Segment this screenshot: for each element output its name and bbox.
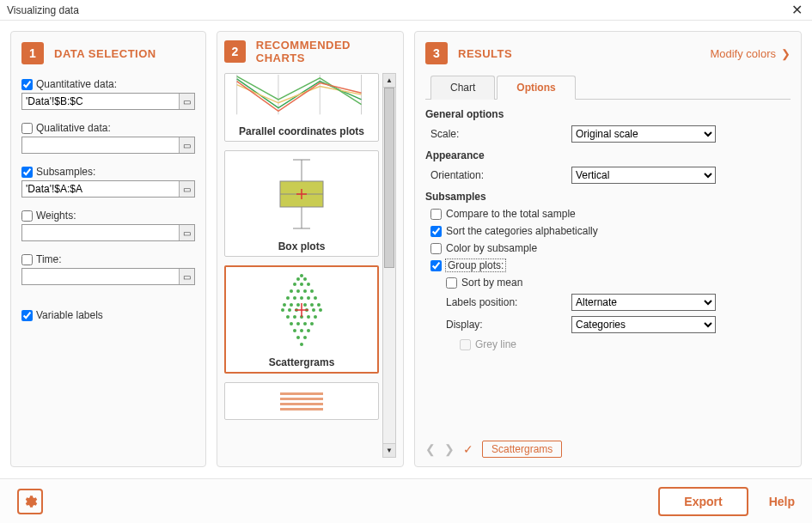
quantitative-label: Quantitative data: <box>36 78 117 90</box>
window-title: Visualizing data <box>7 4 79 16</box>
panel1-title: DATA SELECTION <box>54 47 156 60</box>
tab-chart[interactable]: Chart <box>430 76 495 100</box>
tab-options[interactable]: Options <box>497 76 575 100</box>
sort-alpha-label: Sort the categories alphabetically <box>446 225 598 237</box>
step-number-1: 1 <box>21 42 44 64</box>
svg-point-36 <box>312 308 315 312</box>
chart-card-box-label: Box plots <box>225 237 378 256</box>
section-subsamples: Subsamples <box>425 191 791 203</box>
svg-point-52 <box>300 343 303 346</box>
time-checkbox[interactable] <box>21 254 33 265</box>
svg-rect-57 <box>280 403 323 405</box>
panel2-title: RECOMMENDED CHARTS <box>256 39 396 64</box>
chart-card-parallel[interactable]: Parallel coordinates plots <box>224 73 379 142</box>
weights-range-picker[interactable]: ▭ <box>179 225 194 240</box>
charts-scrollbar[interactable]: ▲ ▼ <box>382 73 396 458</box>
scale-label: Scale: <box>425 128 571 140</box>
grey-line-checkbox <box>460 339 471 350</box>
orientation-label: Orientation: <box>425 169 571 181</box>
svg-rect-58 <box>280 408 323 410</box>
scale-select[interactable]: Original scale <box>571 125 716 143</box>
svg-point-51 <box>303 336 307 339</box>
svg-point-38 <box>286 315 290 319</box>
svg-rect-55 <box>280 392 323 395</box>
scroll-down-icon[interactable]: ▼ <box>383 443 395 457</box>
weights-input[interactable] <box>22 225 179 240</box>
chart-card-box[interactable]: Box plots <box>224 150 379 257</box>
time-range-picker[interactable]: ▭ <box>179 269 194 284</box>
boxplot-thumb-icon <box>250 155 353 233</box>
svg-point-12 <box>296 277 300 281</box>
compare-checkbox[interactable] <box>430 209 442 220</box>
svg-point-13 <box>303 277 307 281</box>
svg-point-18 <box>296 289 300 293</box>
svg-point-26 <box>283 303 286 307</box>
group-plots-checkbox[interactable] <box>430 260 442 271</box>
svg-rect-56 <box>280 398 323 400</box>
svg-point-20 <box>310 289 314 293</box>
display-select[interactable]: Categories <box>571 316 716 333</box>
prev-chart-icon[interactable]: ❮ <box>425 442 436 456</box>
subsamples-label: Subsamples: <box>36 166 95 178</box>
next-chart-icon[interactable]: ❯ <box>444 442 455 456</box>
svg-point-39 <box>293 315 296 319</box>
variable-labels-checkbox[interactable] <box>21 310 33 321</box>
orientation-select[interactable]: Vertical <box>571 167 716 184</box>
help-link[interactable]: Help <box>769 495 795 508</box>
labels-position-select[interactable]: Alternate <box>571 294 716 311</box>
panel-data-selection: 1 DATA SELECTION Quantitative data: ▭ Qu… <box>10 31 206 467</box>
sort-mean-checkbox[interactable] <box>446 277 457 289</box>
subsamples-input[interactable] <box>22 181 179 197</box>
chart-card-parallel-label: Parallel coordinates plots <box>225 122 378 141</box>
display-label: Display: <box>441 319 571 331</box>
svg-point-50 <box>296 336 300 339</box>
quantitative-range-picker[interactable]: ▭ <box>179 94 194 109</box>
svg-point-17 <box>290 289 293 293</box>
time-label: Time: <box>36 253 62 265</box>
parallel-thumb-icon <box>229 74 375 122</box>
svg-point-15 <box>300 283 303 286</box>
svg-point-23 <box>300 296 303 300</box>
svg-point-37 <box>319 308 322 312</box>
scroll-thumb[interactable] <box>384 88 394 268</box>
quantitative-checkbox[interactable] <box>21 79 33 90</box>
quantitative-input[interactable] <box>22 94 179 109</box>
color-by-label: Color by subsample <box>446 242 537 254</box>
chart-card-scatter[interactable]: Scattergrams <box>224 265 379 374</box>
svg-point-41 <box>307 315 310 319</box>
weights-label: Weights: <box>36 210 76 222</box>
export-button[interactable]: Export <box>658 487 748 516</box>
labels-position-label: Labels position: <box>441 296 571 308</box>
gear-icon <box>22 494 38 509</box>
svg-point-27 <box>290 303 293 307</box>
step-number-3: 3 <box>425 42 448 64</box>
svg-point-25 <box>314 296 317 300</box>
weights-checkbox[interactable] <box>21 210 33 222</box>
svg-point-11 <box>300 274 303 277</box>
subsamples-checkbox[interactable] <box>21 167 33 178</box>
sort-alpha-checkbox[interactable] <box>430 226 442 237</box>
svg-point-46 <box>310 322 314 325</box>
scroll-up-icon[interactable]: ▲ <box>383 74 395 88</box>
qualitative-input[interactable] <box>22 137 179 153</box>
svg-point-22 <box>293 296 296 300</box>
settings-button[interactable] <box>17 489 43 514</box>
svg-point-29 <box>303 303 307 307</box>
qualitative-range-picker[interactable]: ▭ <box>179 137 194 153</box>
svg-point-45 <box>303 322 307 325</box>
qualitative-checkbox[interactable] <box>21 123 33 134</box>
svg-point-14 <box>293 283 296 286</box>
chart-card-next[interactable] <box>224 382 379 420</box>
time-input[interactable] <box>22 269 179 284</box>
svg-point-43 <box>290 322 293 325</box>
svg-point-48 <box>300 329 303 332</box>
subsamples-range-picker[interactable]: ▭ <box>179 181 194 197</box>
svg-point-44 <box>296 322 300 325</box>
check-icon[interactable]: ✓ <box>463 442 473 456</box>
bars-thumb-icon <box>276 389 327 415</box>
sort-mean-label: Sort by mean <box>461 277 522 289</box>
color-by-checkbox[interactable] <box>430 243 442 254</box>
modify-colors-link[interactable]: Modify colors ❯ <box>710 47 791 60</box>
svg-point-28 <box>296 303 300 307</box>
close-icon[interactable]: ✕ <box>788 2 805 18</box>
